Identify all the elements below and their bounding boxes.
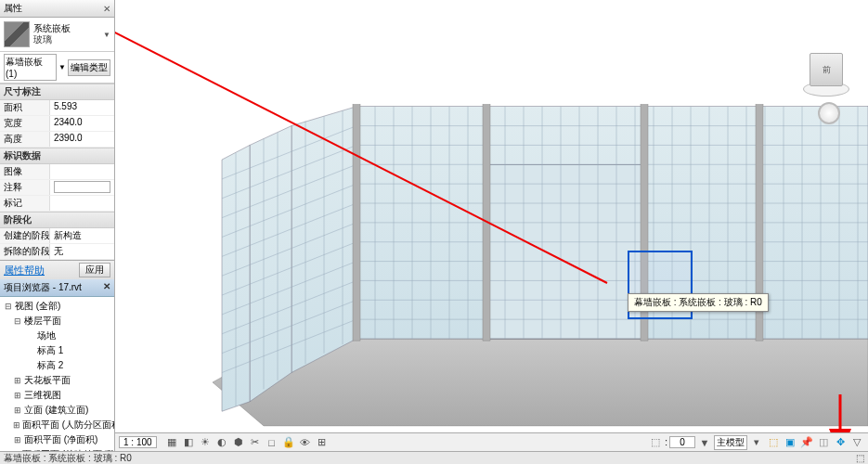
svg-rect-62 [483, 105, 490, 341]
visual-style-icon[interactable]: ◧ [181, 435, 196, 450]
group-dimensions[interactable]: 尺寸标注 [0, 84, 114, 100]
expand-icon[interactable]: ⊞ [13, 376, 22, 385]
worksets-icon[interactable]: ⬚ [648, 435, 663, 450]
status-icon[interactable]: ⬚ [856, 453, 864, 463]
detail-level-icon[interactable]: ▦ [164, 435, 179, 450]
comment-input[interactable] [54, 181, 110, 193]
tree-elevations[interactable]: ⊞立面 (建筑立面) [0, 403, 114, 418]
dropdown-icon[interactable]: ▼ [58, 63, 66, 71]
navigation-wheel-icon[interactable] [818, 102, 840, 124]
prop-label: 标记 [0, 196, 50, 211]
prop-row: 标记 [0, 196, 114, 212]
temp-hide-icon[interactable]: 👁 [298, 435, 313, 450]
status-selection-text: 幕墙嵌板 : 系统嵌板 : 玻璃 : R0 [4, 452, 132, 465]
chevron-down-icon[interactable]: ▾ [749, 435, 764, 450]
status-bar: 幕墙嵌板 : 系统嵌板 : 玻璃 : R0 ⬚ [0, 451, 868, 464]
scale-selector[interactable]: 1 : 100 [119, 436, 157, 448]
tree-level2[interactable]: 标高 2 [0, 358, 114, 373]
prop-row: 创建的阶段 新构造 [0, 228, 114, 244]
prop-value[interactable]: 2340.0 [50, 116, 114, 131]
close-icon[interactable]: ✕ [103, 281, 110, 294]
property-grid: 尺寸标注 面积 5.593 宽度 2340.0 高度 2390.0 标识数据 图… [0, 84, 114, 260]
crop-view-icon[interactable]: ✂ [248, 435, 263, 450]
prop-row: 注释 [0, 180, 114, 196]
expand-icon[interactable]: ⊞ [13, 406, 22, 415]
property-help-link[interactable]: 属性帮助 [4, 264, 45, 277]
collapse-icon[interactable]: ⊟ [4, 302, 13, 311]
select-face-icon[interactable]: ◫ [816, 435, 831, 450]
svg-marker-2 [250, 126, 291, 402]
view-control-bar: 1 : 100 ▦ ◧ ☀ ◐ ⬢ ✂ □ 🔒 👁 ⊞ ⬚ : ▼ 主模型 ▾ … [115, 432, 868, 451]
expand-icon[interactable]: ⊞ [13, 391, 22, 400]
properties-title: 属性 [4, 2, 22, 15]
design-option-combo[interactable]: 主模型 [714, 435, 747, 450]
viewcube[interactable]: 前 [803, 46, 849, 93]
select-pinned-icon[interactable]: 📌 [799, 435, 814, 450]
close-icon[interactable]: ✕ [103, 4, 110, 14]
browser-panel-header: 项目浏览器 - 17.rvt ✕ [0, 279, 114, 297]
filter-icon[interactable]: ▼ [697, 435, 712, 450]
sun-path-icon[interactable]: ☀ [198, 435, 213, 450]
prop-row: 宽度 2340.0 [0, 116, 114, 132]
tree-site[interactable]: 场地 [0, 329, 114, 343]
prop-label: 高度 [0, 132, 50, 147]
select-links-icon[interactable]: ⬚ [766, 435, 781, 450]
tree-level1[interactable]: 标高 1 [0, 343, 114, 358]
prop-value[interactable]: 5.593 [50, 100, 114, 115]
viewport-3d[interactable]: 幕墙嵌板 : 系统嵌板 : 玻璃 : R0 前 [115, 0, 868, 451]
prop-value[interactable] [50, 164, 114, 179]
lock-3d-icon[interactable]: 🔒 [281, 435, 296, 450]
num-input[interactable] [669, 436, 695, 448]
browser-title: 项目浏览器 - 17.rvt [4, 281, 82, 294]
prop-row: 高度 2390.0 [0, 132, 114, 148]
prop-value[interactable]: 2390.0 [50, 132, 114, 147]
instance-filter-combo[interactable]: 幕墙嵌板 (1) [4, 54, 57, 81]
tree-area-gross[interactable]: ⊞面积平面 (人防分区面积) [0, 418, 114, 432]
expand-icon[interactable]: ⊞ [13, 435, 22, 445]
prop-row: 图像 [0, 164, 114, 180]
type-name: 玻璃 [33, 34, 71, 45]
tree-area-net[interactable]: ⊞面积平面 (净面积) [0, 432, 114, 447]
element-tooltip: 幕墙嵌板 : 系统嵌板 : 玻璃 : R0 [628, 293, 769, 312]
prop-label: 图像 [0, 164, 50, 179]
filter-selection-icon[interactable]: ▽ [849, 435, 864, 450]
group-identity[interactable]: 标识数据 [0, 148, 114, 164]
type-thumbnail [4, 21, 30, 47]
prop-label: 宽度 [0, 116, 50, 131]
prop-value[interactable]: 新构造 [50, 228, 114, 243]
svg-rect-61 [353, 105, 360, 341]
crop-region-icon[interactable]: □ [265, 435, 279, 450]
properties-panel-header: 属性 ✕ [0, 0, 114, 18]
prop-row: 拆除的阶段 无 [0, 244, 114, 260]
expand-icon[interactable]: ⊞ [13, 420, 20, 430]
tree-root-views[interactable]: ⊟视图 (全部) [0, 299, 114, 314]
edit-type-button[interactable]: 编辑类型 [68, 59, 110, 76]
tree-3d-views[interactable]: ⊞三维视图 [0, 388, 114, 403]
svg-rect-5 [486, 164, 644, 339]
prop-label: 拆除的阶段 [0, 244, 50, 259]
family-name: 系统嵌板 [33, 23, 71, 34]
reveal-hidden-icon[interactable]: ⊞ [315, 435, 330, 450]
select-underlay-icon[interactable]: ▣ [783, 435, 797, 450]
collapse-icon[interactable]: ⊟ [13, 316, 22, 326]
building-model [115, 0, 868, 451]
chevron-down-icon: ▼ [103, 31, 110, 39]
group-phasing[interactable]: 阶段化 [0, 212, 114, 228]
prop-row: 面积 5.593 [0, 100, 114, 116]
prop-value[interactable] [50, 196, 114, 211]
project-browser-tree[interactable]: ⊟视图 (全部) ⊟楼层平面 场地 标高 1 标高 2 ⊞天花板平面 ⊞三维视图… [0, 297, 114, 464]
prop-label: 面积 [0, 100, 50, 115]
prop-label: 注释 [0, 180, 50, 195]
prop-value[interactable] [50, 180, 114, 195]
type-selector[interactable]: 系统嵌板 玻璃 ▼ [0, 18, 114, 52]
rendering-icon[interactable]: ⬢ [231, 435, 246, 450]
drag-elements-icon[interactable]: ✥ [833, 435, 848, 450]
tree-ceiling-plans[interactable]: ⊞天花板平面 [0, 373, 114, 388]
prop-value[interactable]: 无 [50, 244, 114, 259]
apply-button[interactable]: 应用 [79, 263, 110, 277]
viewcube-face-front[interactable]: 前 [810, 53, 843, 86]
prop-label: 创建的阶段 [0, 228, 50, 243]
shadows-icon[interactable]: ◐ [214, 435, 229, 450]
tree-floor-plans[interactable]: ⊟楼层平面 [0, 314, 114, 329]
